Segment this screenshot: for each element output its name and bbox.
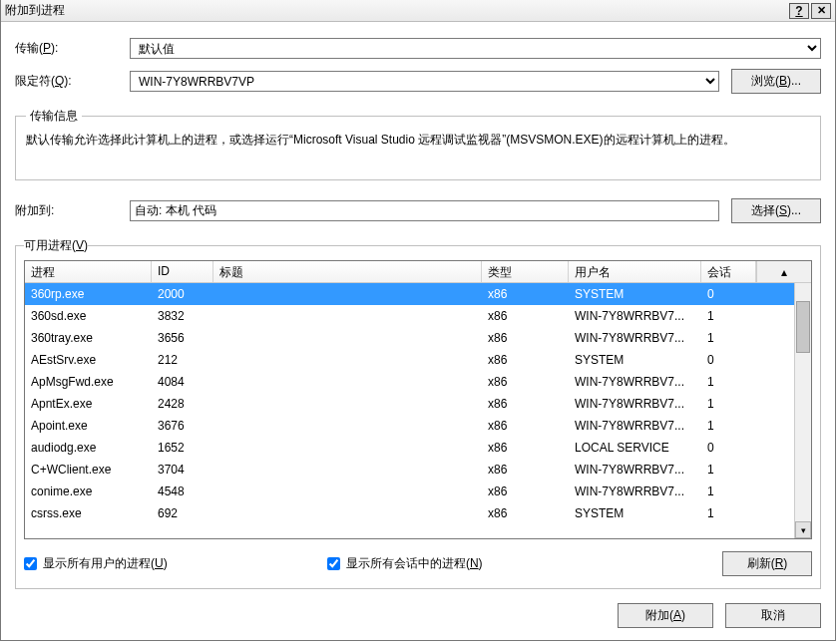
cell-user: LOCAL SERVICE [569, 441, 701, 455]
cell-id: 3832 [152, 309, 213, 323]
cell-type: x86 [482, 287, 569, 301]
table-body: 360rp.exe2000x86SYSTEM0360sd.exe3832x86W… [25, 283, 811, 538]
transport-label: 传输(P): [15, 40, 130, 57]
table-row[interactable]: Apoint.exe3676x86WIN-7Y8WRRBV7...1 [25, 415, 811, 437]
cell-proc: Apoint.exe [25, 419, 152, 433]
cell-session: 0 [701, 353, 756, 367]
scroll-up-icon[interactable]: ▴ [756, 261, 811, 282]
cell-type: x86 [482, 419, 569, 433]
cell-id: 1652 [152, 441, 213, 455]
process-table: 进程 ID 标题 类型 用户名 会话 ▴ 360rp.exe2000x86SYS… [24, 260, 812, 539]
cell-id: 3656 [152, 331, 213, 345]
close-button[interactable]: ✕ [811, 3, 831, 19]
cell-id: 3676 [152, 419, 213, 433]
cell-id: 2000 [152, 287, 213, 301]
cell-type: x86 [482, 506, 569, 520]
transport-row: 传输(P): 默认值 [15, 38, 821, 59]
cell-proc: conime.exe [25, 484, 152, 498]
cell-id: 3704 [152, 463, 213, 477]
options-row: 显示所有用户的进程(U) 显示所有会话中的进程(N) 刷新(R) [24, 551, 812, 576]
cell-session: 1 [701, 463, 756, 477]
cell-session: 1 [701, 331, 756, 345]
cell-session: 1 [701, 484, 756, 498]
col-header-session[interactable]: 会话 [701, 261, 756, 282]
table-row[interactable]: ApntEx.exe2428x86WIN-7Y8WRRBV7...1 [25, 393, 811, 415]
qualifier-label: 限定符(Q): [15, 73, 130, 90]
attach-to-field[interactable] [130, 200, 719, 221]
scroll-down-icon[interactable]: ▾ [795, 521, 811, 538]
attach-button[interactable]: 附加(A) [618, 603, 713, 628]
col-header-process[interactable]: 进程 [25, 261, 152, 282]
transport-info-text: 默认传输允许选择此计算机上的进程，或选择运行“Microsoft Visual … [26, 131, 810, 150]
cell-session: 0 [701, 441, 756, 455]
table-row[interactable]: conime.exe4548x86WIN-7Y8WRRBV7...1 [25, 481, 811, 502]
available-processes-legend: 可用进程(V) [24, 237, 88, 254]
content-area: 传输(P): 默认值 限定符(Q): WIN-7Y8WRRBV7VP 浏览(B)… [1, 22, 835, 640]
table-row[interactable]: AEstSrv.exe212x86SYSTEM0 [25, 349, 811, 371]
show-all-sessions-checkbox[interactable]: 显示所有会话中的进程(N) [327, 555, 483, 572]
cell-id: 212 [152, 353, 213, 367]
col-header-title[interactable]: 标题 [213, 261, 482, 282]
table-row[interactable]: audiodg.exe1652x86LOCAL SERVICE0 [25, 437, 811, 459]
cell-user: SYSTEM [569, 353, 701, 367]
show-all-sessions-label: 显示所有会话中的进程(N) [346, 555, 483, 572]
cancel-button[interactable]: 取消 [725, 603, 821, 628]
cell-user: WIN-7Y8WRRBV7... [569, 309, 701, 323]
cell-type: x86 [482, 441, 569, 455]
cell-proc: 360rp.exe [25, 287, 152, 301]
scrollbar-thumb[interactable] [796, 301, 810, 353]
cell-id: 4084 [152, 375, 213, 389]
col-header-type[interactable]: 类型 [482, 261, 569, 282]
cell-type: x86 [482, 353, 569, 367]
vertical-scrollbar[interactable]: ▾ [794, 283, 811, 538]
cell-session: 0 [701, 287, 756, 301]
cell-type: x86 [482, 375, 569, 389]
table-header: 进程 ID 标题 类型 用户名 会话 ▴ [25, 261, 811, 283]
col-header-id[interactable]: ID [152, 261, 213, 282]
attach-to-label: 附加到: [15, 202, 130, 219]
cell-proc: audiodg.exe [25, 441, 152, 455]
transport-info-group: 传输信息 默认传输允许选择此计算机上的进程，或选择运行“Microsoft Vi… [15, 108, 821, 180]
cell-proc: ApntEx.exe [25, 397, 152, 411]
cell-type: x86 [482, 397, 569, 411]
attach-to-process-dialog: 附加到进程 ? ✕ 传输(P): 默认值 限定符(Q): WIN-7Y8WRRB… [0, 0, 836, 641]
table-row[interactable]: csrss.exe692x86SYSTEM1 [25, 502, 811, 524]
table-row[interactable]: 360tray.exe3656x86WIN-7Y8WRRBV7...1 [25, 327, 811, 349]
table-row[interactable]: 360rp.exe2000x86SYSTEM0 [25, 283, 811, 305]
table-row[interactable]: C+WClient.exe3704x86WIN-7Y8WRRBV7...1 [25, 459, 811, 481]
cell-user: WIN-7Y8WRRBV7... [569, 419, 701, 433]
qualifier-select[interactable]: WIN-7Y8WRRBV7VP [130, 71, 719, 92]
cell-user: SYSTEM [569, 506, 701, 520]
cell-session: 1 [701, 506, 756, 520]
show-all-users-label: 显示所有用户的进程(U) [43, 555, 168, 572]
cell-proc: AEstSrv.exe [25, 353, 152, 367]
show-all-users-input[interactable] [24, 557, 37, 570]
cell-id: 692 [152, 506, 213, 520]
cell-session: 1 [701, 419, 756, 433]
cell-id: 4548 [152, 484, 213, 498]
cell-proc: 360tray.exe [25, 331, 152, 345]
cell-proc: C+WClient.exe [25, 463, 152, 477]
table-row[interactable]: ApMsgFwd.exe4084x86WIN-7Y8WRRBV7...1 [25, 371, 811, 393]
table-row[interactable]: 360sd.exe3832x86WIN-7Y8WRRBV7...1 [25, 305, 811, 327]
col-header-user[interactable]: 用户名 [569, 261, 701, 282]
cell-user: WIN-7Y8WRRBV7... [569, 331, 701, 345]
cell-user: SYSTEM [569, 287, 701, 301]
cell-type: x86 [482, 309, 569, 323]
show-all-users-checkbox[interactable]: 显示所有用户的进程(U) [24, 555, 168, 572]
cell-session: 1 [701, 397, 756, 411]
cell-user: WIN-7Y8WRRBV7... [569, 375, 701, 389]
cell-proc: csrss.exe [25, 506, 152, 520]
select-code-type-button[interactable]: 选择(S)... [731, 198, 821, 223]
dialog-footer: 附加(A) 取消 [15, 603, 821, 628]
show-all-sessions-input[interactable] [327, 557, 340, 570]
browse-button[interactable]: 浏览(B)... [731, 69, 821, 94]
transport-select[interactable]: 默认值 [130, 38, 821, 59]
help-button[interactable]: ? [789, 3, 809, 19]
cell-type: x86 [482, 463, 569, 477]
cell-user: WIN-7Y8WRRBV7... [569, 397, 701, 411]
cell-user: WIN-7Y8WRRBV7... [569, 484, 701, 498]
transport-info-legend: 传输信息 [26, 108, 82, 125]
cell-session: 1 [701, 309, 756, 323]
refresh-button[interactable]: 刷新(R) [722, 551, 812, 576]
